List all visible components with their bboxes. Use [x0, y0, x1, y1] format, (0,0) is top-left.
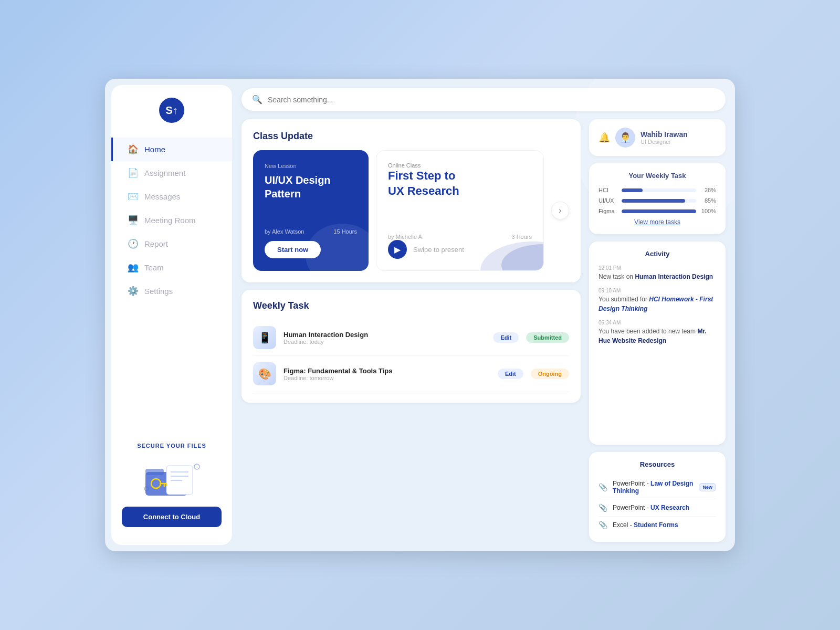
connect-cloud-button[interactable]: Connect to Cloud — [122, 507, 222, 527]
activity-time-3: 06:34 AM — [598, 320, 716, 326]
resource-item-2: 📎 PowerPoint - UX Research — [598, 499, 716, 517]
activity-text-2: You submitted for HCI Homework - First D… — [598, 295, 716, 313]
sidebar-item-messages-label: Messages — [144, 192, 180, 201]
task-info: Figma: Fundamental & Tools Tips Deadline… — [284, 367, 490, 381]
sidebar-item-report-label: Report — [144, 239, 168, 248]
task-deadline: Deadline: today — [284, 339, 486, 345]
sidebar-item-assignment[interactable]: 📄 Assignment — [111, 161, 232, 185]
settings-icon: ⚙️ — [128, 286, 138, 297]
search-bar: 🔍 — [242, 88, 726, 111]
online-title: First Step to UX Research — [388, 169, 532, 198]
activity-item-3: 06:34 AM You have been added to new team… — [598, 320, 716, 345]
profile-name: Wahib Irawan — [640, 130, 716, 139]
sidebar-item-home-label: Home — [144, 145, 165, 154]
home-icon: 🏠 — [128, 144, 138, 155]
ongoing-badge: Ongoing — [531, 369, 569, 379]
task-deadline: Deadline: tomorrow — [284, 375, 490, 381]
main-content: 🔍 Class Update New Lesson UI/UX Design P… — [238, 79, 735, 551]
lesson-author: by Alex Watson — [265, 228, 304, 235]
clip-icon-2: 📎 — [598, 503, 607, 512]
messages-icon: ✉️ — [128, 191, 138, 202]
activity-title: Activity — [598, 250, 716, 258]
view-more-tasks-link[interactable]: View more tasks — [598, 218, 716, 226]
sidebar-item-messages[interactable]: ✉️ Messages — [111, 185, 232, 208]
progress-item-hci: HCI 28% — [598, 187, 716, 193]
swipe-text: Swipe to present — [413, 246, 464, 254]
activity-item-2: 09:10 AM You submitted for HCI Homework … — [598, 288, 716, 313]
weekly-task-card: Weekly Task 📱 Human Interaction Design D… — [242, 290, 581, 403]
sidebar-item-meeting-room[interactable]: 🖥️ Meeting Room — [111, 208, 232, 232]
resource-text-2: PowerPoint - UX Research — [613, 504, 716, 511]
center-panel: Class Update New Lesson UI/UX Design Pat… — [242, 119, 581, 542]
weekly-task-right-card: Your Weekly Task HCI 28% UI/UX — [589, 163, 726, 234]
resources-title: Resources — [598, 460, 716, 468]
task-info: Human Interaction Design Deadline: today — [284, 331, 486, 345]
bell-icon[interactable]: 🔔 — [598, 132, 610, 143]
progress-bar-bg-hci — [622, 188, 696, 192]
progress-pct-hci: 28% — [700, 187, 716, 193]
sidebar-item-assignment-label: Assignment — [144, 169, 185, 177]
sidebar-item-settings-label: Settings — [144, 287, 173, 296]
swipe-button[interactable]: ▶ — [388, 240, 407, 259]
lesson-hours: 15 Hours — [333, 228, 357, 235]
assignment-icon: 📄 — [128, 167, 138, 178]
team-icon: 👥 — [128, 262, 138, 273]
new-badge: New — [699, 483, 716, 491]
profile-info: Wahib Irawan UI Designer — [640, 130, 716, 145]
search-input[interactable] — [268, 96, 715, 104]
search-icon: 🔍 — [252, 94, 262, 104]
sidebar-item-report[interactable]: 🕐 Report — [111, 232, 232, 256]
progress-label-uiux: UI/UX — [598, 197, 617, 204]
cards-row: New Lesson UI/UX Design Pattern by Alex … — [253, 150, 569, 271]
svg-rect-1 — [145, 469, 164, 475]
clip-icon-3: 📎 — [598, 521, 607, 529]
online-label: Online Class — [388, 162, 532, 169]
sidebar-item-meeting-room-label: Meeting Room — [144, 216, 196, 225]
class-update-card: Class Update New Lesson UI/UX Design Pat… — [242, 119, 581, 282]
activity-card: Activity 12:01 PM New task on Human Inte… — [589, 242, 726, 445]
online-class-card: Online Class First Step to UX Research b… — [376, 150, 544, 271]
secure-illustration — [140, 456, 203, 498]
profile-role: UI Designer — [640, 139, 716, 145]
progress-pct-figma: 100% — [700, 208, 716, 214]
progress-bar-bg-figma — [622, 209, 696, 213]
progress-bar-bg-uiux — [622, 199, 696, 203]
weekly-task-title: Weekly Task — [253, 300, 569, 311]
lesson-card: New Lesson UI/UX Design Pattern by Alex … — [253, 150, 369, 271]
start-now-button[interactable]: Start now — [265, 241, 321, 258]
resource-text-3: Excel - Student Forms — [613, 521, 716, 529]
sidebar-item-settings[interactable]: ⚙️ Settings — [111, 279, 232, 303]
task-thumbnail: 🎨 — [253, 362, 276, 385]
activity-time-1: 12:01 PM — [598, 265, 716, 271]
edit-badge[interactable]: Edit — [498, 369, 523, 379]
sidebar-logo: S↑ — [159, 98, 184, 123]
resource-text-1: PowerPoint - Law of Design Thinking — [613, 480, 694, 495]
resource-item-1: 📎 PowerPoint - Law of Design Thinking Ne… — [598, 476, 716, 499]
task-name: Figma: Fundamental & Tools Tips — [284, 367, 490, 375]
table-row: 📱 Human Interaction Design Deadline: tod… — [253, 320, 569, 356]
sidebar-item-home[interactable]: 🏠 Home — [111, 138, 232, 161]
progress-bar-fill-uiux — [622, 199, 685, 203]
activity-time-2: 09:10 AM — [598, 288, 716, 293]
resource-item-3: 📎 Excel - Student Forms — [598, 517, 716, 533]
weekly-task-right-title: Your Weekly Task — [598, 172, 716, 180]
online-author: by Michelle A. — [388, 234, 424, 240]
secure-files-title: SECURE YOUR FILES — [122, 443, 222, 449]
progress-label-figma: Figma — [598, 208, 617, 214]
activity-text-1: New task on Human Interaction Design — [598, 272, 716, 281]
progress-pct-uiux: 85% — [700, 197, 716, 204]
lesson-title: UI/UX Design Pattern — [265, 173, 357, 201]
next-card-button[interactable]: › — [551, 202, 569, 219]
meeting-room-icon: 🖥️ — [128, 215, 138, 226]
resources-card: Resources 📎 PowerPoint - Law of Design T… — [589, 452, 726, 542]
clip-icon-1: 📎 — [598, 483, 607, 491]
edit-badge[interactable]: Edit — [493, 332, 519, 343]
middle-row: Class Update New Lesson UI/UX Design Pat… — [242, 119, 726, 542]
activity-text-3: You have been added to new team Mr. Hue … — [598, 327, 716, 345]
table-row: 🎨 Figma: Fundamental & Tools Tips Deadli… — [253, 356, 569, 392]
right-panel: 🔔 👨‍💼 Wahib Irawan UI Designer Your Week… — [589, 119, 726, 542]
avatar: 👨‍💼 — [615, 128, 635, 148]
nav-list: 🏠 Home 📄 Assignment ✉️ Messages 🖥️ Meeti… — [111, 138, 232, 303]
sidebar-item-team[interactable]: 👥 Team — [111, 256, 232, 279]
progress-item-figma: Figma 100% — [598, 208, 716, 214]
